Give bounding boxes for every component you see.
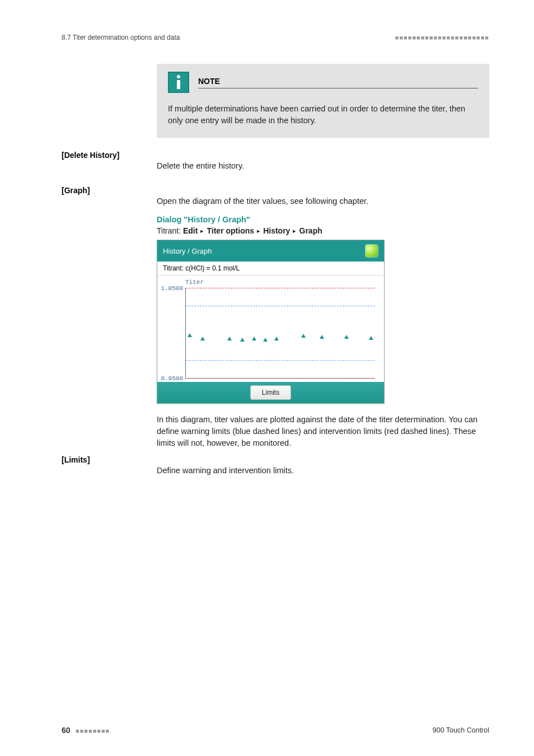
note-box: NOTE If multiple determinations have bee… <box>157 64 489 138</box>
term-limits: [Limits] <box>62 455 90 464</box>
chart-plot-area <box>185 288 375 379</box>
chart-point <box>320 335 324 339</box>
titer-chart: Titer 1.0500 0.9500 <box>157 276 384 382</box>
page-number: 60 <box>62 726 71 735</box>
warning-limit-line <box>186 360 375 361</box>
dialog-header: History / Graph <box>157 240 384 262</box>
chart-point <box>369 336 373 340</box>
limits-button[interactable]: Limits <box>250 385 291 400</box>
history-graph-dialog: History / Graph Titrant: c(HCl) = 0.1 mo… <box>157 240 385 404</box>
header-decoration: ■■■■■■■■■■■■■■■■■■■■■■ <box>395 34 489 41</box>
chart-ytick-top: 1.0500 <box>160 285 183 292</box>
info-icon <box>168 72 189 93</box>
chart-point <box>274 337 279 340</box>
desc-limits: Define warning and intervention limits. <box>157 465 489 477</box>
chart-point <box>227 337 232 340</box>
footer-decoration: ■■■■■■■■ <box>76 727 110 734</box>
footer-product: 900 Touch Control <box>433 726 489 734</box>
note-rule <box>198 88 478 88</box>
breadcrumb-sep-icon: ▸ <box>291 227 298 234</box>
term-graph: [Graph] <box>62 186 90 195</box>
chart-point <box>200 337 205 340</box>
chart-explanation: In this diagram, titer values are plotte… <box>157 414 489 449</box>
dialog-title: Dialog "History / Graph" <box>157 215 489 224</box>
page: 8.7 Titer determination options and data… <box>0 0 534 756</box>
breadcrumb-prefix: Titrant: <box>157 226 183 235</box>
breadcrumb-item: History <box>263 226 290 235</box>
breadcrumb-item: Graph <box>299 226 322 235</box>
note-text: If multiple determinations have been car… <box>168 103 478 127</box>
help-icon[interactable] <box>365 244 378 258</box>
dialog-subtitle: Titrant: c(HCl) = 0.1 mol/L <box>157 262 384 276</box>
breadcrumb: Titrant: Edit ▸ Titer options ▸ History … <box>157 226 489 235</box>
warning-limit-line <box>186 306 375 306</box>
intervention-limit-line <box>186 378 375 379</box>
dialog-header-title: History / Graph <box>163 247 212 255</box>
chart-axis-label: Titer <box>185 279 204 286</box>
section-heading: 8.7 Titer determination options and data <box>62 34 180 41</box>
note-title: NOTE <box>198 77 478 86</box>
breadcrumb-sep-icon: ▸ <box>199 227 205 234</box>
breadcrumb-item: Titer options <box>207 226 255 235</box>
page-header: 8.7 Titer determination options and data… <box>62 34 489 41</box>
chart-point <box>188 333 192 337</box>
chart-point <box>263 338 268 342</box>
chart-point <box>252 337 256 340</box>
footer-left: 60 ■■■■■■■■ <box>62 726 110 735</box>
breadcrumb-item: Edit <box>183 226 198 235</box>
limits-row: [Limits] Define warning and intervention… <box>62 455 489 482</box>
desc-graph: Open the diagram of the titer values, se… <box>157 195 489 207</box>
chart-ytick-bottom: 0.9500 <box>160 375 183 382</box>
desc-delete-history: Delete the entire history. <box>157 160 489 172</box>
breadcrumb-sep-icon: ▸ <box>255 227 262 234</box>
term-delete-history: [Delete History] <box>62 151 119 160</box>
note-row: NOTE If multiple determinations have bee… <box>62 64 489 150</box>
chart-point <box>301 334 306 338</box>
intervention-limit-line <box>186 288 375 288</box>
graph-row: [Graph] Open the diagram of the titer va… <box>62 185 489 455</box>
page-footer: 60 ■■■■■■■■ 900 Touch Control <box>62 726 489 735</box>
chart-point <box>344 335 349 339</box>
chart-point <box>240 338 245 342</box>
delete-history-row: [Delete History] Delete the entire histo… <box>62 150 489 178</box>
dialog-footer: Limits <box>157 382 384 403</box>
